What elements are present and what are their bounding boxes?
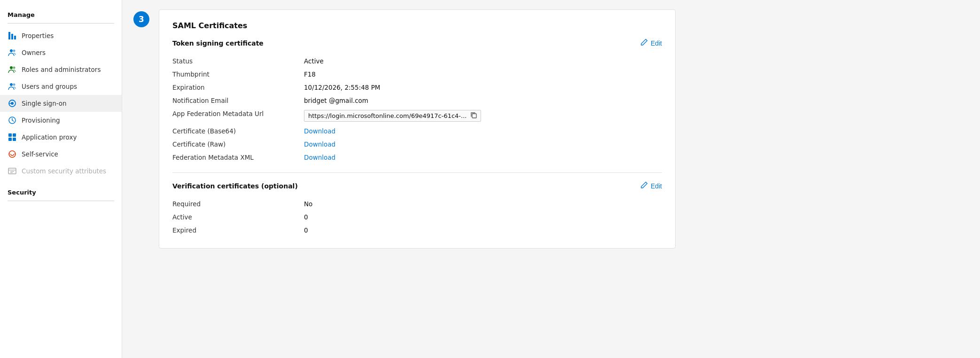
token-edit-button[interactable]: Edit (640, 39, 662, 48)
manage-section-title: Manage (0, 8, 122, 21)
sidebar: Manage Properties Owners (0, 0, 122, 358)
sidebar-item-properties[interactable]: Properties (0, 27, 122, 44)
sidebar-item-label: Application proxy (22, 133, 77, 141)
token-edit-pencil-icon (640, 39, 648, 48)
sidebar-item-custom-security[interactable]: Custom security attributes (0, 163, 122, 179)
thumbprint-value: F18 (304, 68, 662, 81)
sidebar-item-label: Owners (22, 49, 46, 56)
svg-point-8 (13, 84, 16, 86)
sidebar-item-label: Self-service (22, 150, 58, 158)
section-divider (172, 172, 662, 173)
verification-edit-button[interactable]: Edit (640, 181, 662, 191)
sidebar-item-single-sign-on[interactable]: Single sign-on (0, 95, 122, 112)
url-box[interactable]: https://login.microsoftonline.com/69e491… (304, 110, 481, 122)
svg-rect-15 (8, 138, 12, 141)
svg-point-7 (10, 83, 13, 86)
notification-email-label: Notification Email (172, 94, 304, 107)
token-edit-label: Edit (651, 39, 662, 47)
step-number-wrapper: 3 (133, 11, 149, 27)
sidebar-item-users-groups[interactable]: Users and groups (0, 78, 122, 95)
token-section-title: Token signing certificate (172, 39, 264, 47)
svg-rect-0 (8, 32, 10, 39)
thumbprint-label: Thumbprint (172, 68, 304, 81)
users-groups-icon (8, 82, 17, 91)
svg-rect-13 (8, 133, 12, 137)
cert-base64-label: Certificate (Base64) (172, 125, 304, 138)
card-title: SAML Certificates (172, 21, 662, 30)
svg-rect-16 (13, 138, 16, 141)
expiration-value: 10/12/2026, 2:55:48 PM (304, 81, 662, 94)
sidebar-item-label: Single sign-on (22, 100, 67, 107)
token-section-header: Token signing certificate Edit (172, 39, 662, 48)
self-service-icon (8, 149, 17, 159)
owners-icon (8, 48, 17, 57)
cert-base64-download[interactable]: Download (304, 125, 335, 138)
sidebar-item-provisioning[interactable]: Provisioning (0, 112, 122, 129)
copy-icon[interactable] (470, 112, 477, 120)
verification-section-header: Verification certificates (optional) Edi… (172, 181, 662, 191)
sidebar-item-label: Provisioning (22, 117, 60, 124)
active-label: Active (172, 210, 304, 224)
verification-section-title: Verification certificates (optional) (172, 182, 298, 190)
notification-email-value: bridget @gmail.com (304, 94, 662, 107)
expired-label: Expired (172, 224, 304, 237)
sidebar-item-label: Custom security attributes (22, 167, 106, 175)
federation-url-label: App Federation Metadata Url (172, 107, 304, 125)
federation-xml-label: Federation Metadata XML (172, 151, 304, 164)
svg-rect-2 (14, 36, 16, 39)
cert-raw-label: Certificate (Raw) (172, 138, 304, 151)
single-sign-on-icon (8, 99, 17, 108)
application-proxy-icon (8, 132, 17, 142)
federation-url-value: https://login.microsoftonline.com/69e491… (304, 107, 662, 125)
svg-point-4 (13, 50, 16, 52)
svg-rect-14 (13, 133, 16, 137)
saml-certificates-card: SAML Certificates Token signing certific… (159, 9, 676, 249)
expired-value: 0 (304, 224, 662, 237)
sidebar-item-self-service[interactable]: Self-service (0, 146, 122, 163)
roles-icon (8, 65, 17, 74)
sidebar-item-label: Users and groups (22, 83, 77, 90)
expiration-label: Expiration (172, 81, 304, 94)
active-value: 0 (304, 210, 662, 224)
svg-point-5 (10, 66, 13, 69)
sidebar-item-label: Roles and administrators (22, 66, 101, 73)
federation-xml-download[interactable]: Download (304, 151, 335, 164)
svg-point-6 (13, 67, 16, 69)
provisioning-icon (8, 116, 17, 125)
status-label: Status (172, 54, 304, 68)
token-info-grid: Status Active Thumbprint F18 Expiration … (172, 54, 662, 164)
step-badge: 3 (133, 11, 149, 27)
main-content: 3 SAML Certificates Token signing certif… (122, 0, 980, 358)
sidebar-item-roles-administrators[interactable]: Roles and administrators (0, 61, 122, 78)
custom-security-icon (8, 166, 17, 176)
svg-point-10 (11, 102, 14, 105)
url-text: https://login.microsoftonline.com/69e491… (308, 112, 467, 119)
svg-rect-1 (11, 34, 13, 39)
properties-icon (8, 31, 17, 40)
svg-point-3 (10, 49, 13, 52)
required-value: No (304, 197, 662, 210)
svg-rect-17 (8, 168, 16, 174)
manage-divider (8, 23, 114, 23)
verification-edit-label: Edit (651, 182, 662, 190)
sidebar-item-application-proxy[interactable]: Application proxy (0, 129, 122, 146)
sidebar-item-label: Properties (22, 32, 54, 39)
verification-edit-pencil-icon (640, 181, 648, 191)
svg-rect-21 (472, 114, 476, 118)
verification-info-grid: Required No Active 0 Expired 0 (172, 197, 662, 237)
sidebar-item-owners[interactable]: Owners (0, 44, 122, 61)
security-section-title: Security (0, 185, 122, 199)
required-label: Required (172, 197, 304, 210)
status-value: Active (304, 54, 662, 68)
security-divider (8, 201, 114, 201)
cert-raw-download[interactable]: Download (304, 138, 335, 151)
